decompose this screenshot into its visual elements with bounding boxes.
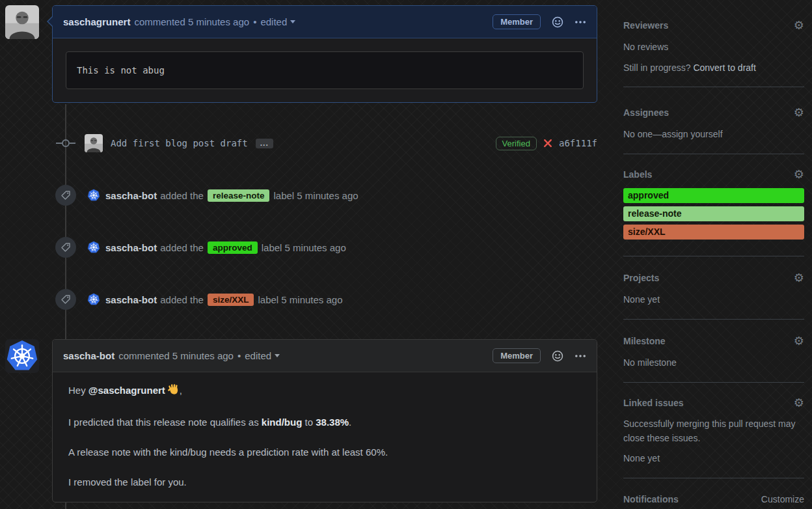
waving-hand-icon	[167, 383, 180, 400]
label-pill[interactable]: release-note	[208, 189, 270, 202]
event-action: added the	[160, 190, 204, 201]
code-block: This is not abug	[66, 51, 584, 89]
assignees-empty: No one—assign yourself	[623, 128, 804, 141]
commit-author-avatar[interactable]	[85, 134, 103, 152]
comment-header: saschagrunert commented 5 minutes ago • …	[53, 6, 597, 38]
gear-icon[interactable]: ⚙	[794, 335, 804, 347]
kebab-menu-button[interactable]	[575, 16, 586, 28]
milestone-empty: No milestone	[623, 356, 804, 369]
kebab-menu-button[interactable]	[575, 350, 586, 362]
event-suffix: label 5 minutes ago	[258, 294, 342, 305]
comment-header: sascha-bot commented 5 minutes ago • edi…	[53, 340, 597, 372]
avatar-saschagrunert[interactable]	[5, 5, 39, 39]
chevron-down-icon	[275, 354, 280, 357]
gear-icon[interactable]: ⚙	[794, 107, 804, 118]
sidebar-section-assignees: Assignees ⚙ No one—assign yourself	[623, 87, 804, 154]
avatar-sascha-bot[interactable]	[87, 241, 100, 254]
event-action: added the	[160, 294, 204, 305]
paragraph-greeting: Hey @saschagrunert,	[68, 383, 581, 400]
linked-issues-empty: None yet	[623, 452, 804, 465]
member-badge: Member	[493, 14, 541, 29]
hint-prefix: Still in progress?	[623, 62, 693, 73]
gear-icon[interactable]: ⚙	[794, 169, 804, 180]
sidebar-section-notifications: Notifications Customize	[623, 478, 804, 504]
emoji-reaction-button[interactable]	[552, 350, 563, 362]
mention-link[interactable]: @saschagrunert	[88, 385, 165, 396]
event-author-link[interactable]: sascha-bot	[105, 242, 157, 253]
linked-issues-title: Linked issues	[623, 398, 684, 408]
comment-author-link[interactable]: sascha-bot	[63, 350, 115, 361]
edited-label: edited	[260, 16, 287, 27]
sidebar-label-approved[interactable]: approved	[623, 188, 804, 203]
linked-issues-desc: Successfully merging this pull request m…	[623, 417, 804, 445]
edited-dropdown[interactable]: edited	[245, 350, 280, 361]
comment-meta: commented 5 minutes ago	[118, 350, 234, 361]
member-badge: Member	[493, 348, 541, 363]
meta-dot: •	[253, 16, 256, 27]
event-author-link[interactable]: sascha-bot	[105, 190, 157, 201]
commit-message-link[interactable]: Add first blog post draft	[111, 138, 248, 148]
assign-yourself-link[interactable]: assign yourself	[662, 129, 722, 139]
label-pill[interactable]: size/XXL	[208, 294, 254, 306]
milestone-title: Milestone	[623, 336, 666, 346]
sidebar-section-reviewers: Reviewers ⚙ No reviews Still in progress…	[623, 0, 804, 87]
paragraph-requirement: A release note with the kind/bug needs a…	[68, 445, 581, 460]
label-event-row: sascha-bot added the approved label 5 mi…	[55, 237, 597, 258]
assignees-title: Assignees	[623, 107, 669, 118]
sidebar-label-release-note[interactable]: release-note	[623, 206, 804, 221]
gear-icon[interactable]: ⚙	[794, 272, 804, 284]
avatar-sascha-bot[interactable]	[87, 293, 100, 306]
prediction-mid: to	[302, 417, 316, 428]
paragraph-prediction: I predicted that this release note quali…	[68, 415, 581, 430]
commit-hash-link[interactable]: a6f111f	[559, 138, 597, 148]
sidebar: Reviewers ⚙ No reviews Still in progress…	[623, 0, 804, 504]
status-failed-icon[interactable]	[543, 139, 552, 148]
event-suffix: label 5 minutes ago	[262, 242, 346, 253]
edited-label: edited	[245, 350, 271, 361]
comment-arrow-inner	[52, 351, 53, 360]
comment-saschagrunert: saschagrunert commented 5 minutes ago • …	[52, 5, 597, 103]
kind-bug-label: kind/bug	[262, 417, 303, 428]
sidebar-section-milestone: Milestone ⚙ No milestone	[623, 320, 804, 383]
comment-body: This is not abug	[53, 38, 597, 102]
comment-author-link[interactable]: saschagrunert	[63, 16, 130, 27]
reviewers-empty: No reviews	[623, 40, 804, 53]
label-pill[interactable]: approved	[208, 241, 258, 254]
comment-body: Hey @saschagrunert, I predicted that thi…	[53, 372, 597, 502]
gear-icon[interactable]: ⚙	[794, 397, 804, 409]
gear-icon[interactable]: ⚙	[794, 20, 804, 31]
meta-dot: •	[237, 350, 241, 361]
paragraph-removed: I removed the label for you.	[68, 475, 581, 490]
event-author-link[interactable]: sascha-bot	[105, 294, 157, 305]
comment-arrow-inner	[48, 17, 53, 26]
projects-empty: None yet	[623, 293, 804, 306]
projects-title: Projects	[623, 273, 659, 283]
timeline-line-bottom	[65, 502, 66, 509]
comment-sascha-bot: sascha-bot commented 5 minutes ago • edi…	[52, 339, 597, 502]
tag-icon	[55, 289, 76, 310]
tag-icon	[55, 237, 76, 258]
edited-dropdown[interactable]: edited	[260, 16, 295, 27]
reviewers-title: Reviewers	[623, 20, 668, 31]
avatar-sascha-bot-large[interactable]	[5, 339, 39, 373]
convert-to-draft-link[interactable]: Convert to draft	[693, 62, 756, 73]
assignees-empty-prefix: No one—	[623, 129, 662, 139]
event-suffix: label 5 minutes ago	[273, 190, 358, 201]
tag-icon	[55, 185, 76, 206]
commit-row: Add first blog post draft ... Verified a…	[85, 133, 597, 154]
verified-badge[interactable]: Verified	[496, 137, 537, 150]
greeting-text: Hey	[68, 385, 88, 396]
reviewers-hint: Still in progress? Convert to draft	[623, 61, 804, 74]
prediction-text: I predicted that this release note quali…	[68, 417, 262, 428]
emoji-reaction-button[interactable]	[552, 16, 563, 28]
sidebar-section-linked-issues: Linked issues ⚙ Successfully merging thi…	[623, 383, 804, 478]
prediction-period: .	[349, 417, 351, 428]
prediction-percent: 38.38%	[316, 417, 349, 428]
labels-title: Labels	[623, 169, 652, 180]
sidebar-label-size-xxl[interactable]: size/XXL	[623, 225, 804, 240]
customize-link[interactable]: Customize	[761, 494, 804, 504]
greeting-comma: ,	[180, 385, 182, 396]
label-event-row: sascha-bot added the size/XXL label 5 mi…	[55, 289, 597, 310]
commit-expander-button[interactable]: ...	[256, 139, 273, 148]
avatar-sascha-bot[interactable]	[87, 189, 100, 202]
